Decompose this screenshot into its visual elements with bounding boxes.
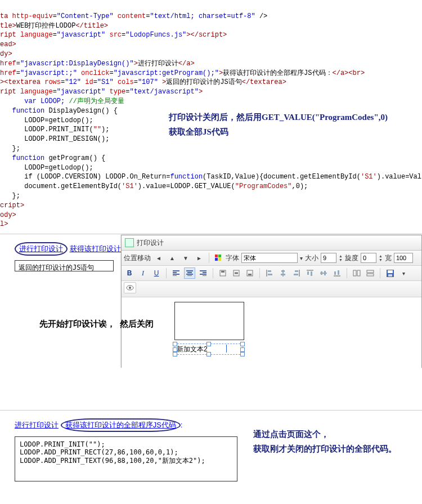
highlight-oval-1: 进行打印设计 xyxy=(15,242,68,256)
svg-rect-15 xyxy=(294,274,298,275)
label-rotate: 旋度 xyxy=(345,253,358,263)
svg-rect-20 xyxy=(334,271,336,275)
valign-middle-icon[interactable] xyxy=(231,267,242,279)
textarea-preview-1[interactable]: 返回的打印设计的JS语句 xyxy=(15,260,114,271)
valign-top-icon[interactable] xyxy=(217,267,228,279)
design-canvas[interactable]: 新加文本2 xyxy=(122,297,421,369)
svg-rect-25 xyxy=(367,274,374,276)
save-dropdown-icon[interactable]: ▾ xyxy=(398,267,409,279)
annotation-note-1-line1: 打印设计关闭后，然后用GET_VALUE("ProgramCodes",0) xyxy=(169,110,388,125)
label-pos-move: 位置移动 xyxy=(124,253,151,263)
dialog-toolbar-row2: B I U xyxy=(122,266,421,281)
svg-rect-3 xyxy=(218,258,221,261)
font-select[interactable] xyxy=(241,253,298,263)
svg-rect-28 xyxy=(388,274,392,276)
annotation-note-2-line2: 获取刚才关闭的打印设计的全部代码。 xyxy=(253,442,397,457)
textarea-result[interactable]: LODOP.PRINT_INIT(""); LODOP.ADD_PRINT_RE… xyxy=(15,436,237,481)
align-grid-bottom-icon[interactable] xyxy=(331,267,343,279)
svg-rect-10 xyxy=(268,270,271,272)
svg-rect-1 xyxy=(218,255,221,257)
size-spinner[interactable]: ▲▼ xyxy=(339,254,343,262)
resize-handle[interactable] xyxy=(173,347,177,352)
align-grid-left-icon[interactable] xyxy=(264,267,275,279)
arrow-left-icon[interactable]: ◄ xyxy=(153,252,164,264)
arrow-right-icon[interactable]: ► xyxy=(194,252,205,264)
align-grid-top-icon[interactable] xyxy=(304,267,316,279)
arrow-up-icon[interactable]: ▲ xyxy=(167,252,178,264)
svg-rect-16 xyxy=(307,271,309,275)
label-font: 字体 xyxy=(226,253,239,263)
resize-handle[interactable] xyxy=(240,347,245,352)
resize-handle[interactable] xyxy=(206,342,211,346)
caption-step1: 先开始打印设计诶， 然后关闭 xyxy=(0,311,154,334)
dialog-toolbar-row1: 位置移动 ◄ ▲ ▼ ► 字体 ▾ 大小 ▲▼ 旋度 ▲▼ 宽 xyxy=(122,251,421,266)
align-grid-right-icon[interactable] xyxy=(291,267,302,279)
align-left-icon[interactable] xyxy=(170,267,182,279)
align-grid-hcenter-icon[interactable] xyxy=(277,267,289,279)
label-width: 宽 xyxy=(385,253,392,263)
link-design-1[interactable]: 进行打印设计 xyxy=(19,244,63,253)
underline-button[interactable]: U xyxy=(151,267,162,279)
svg-rect-11 xyxy=(268,274,272,275)
size-input[interactable] xyxy=(321,253,336,263)
resize-handle[interactable] xyxy=(240,352,245,356)
canvas-rect-object[interactable] xyxy=(174,302,244,340)
align-grid-vcenter-icon[interactable] xyxy=(318,267,329,279)
svg-point-30 xyxy=(129,287,131,289)
svg-rect-2 xyxy=(215,258,218,261)
svg-rect-24 xyxy=(367,270,374,273)
equal-height-icon[interactable] xyxy=(365,267,376,279)
canvas-text-object[interactable]: 新加文本2 xyxy=(174,344,243,355)
caption-note-callback: 注意c-lodop需要回调函数，lodop直接返回。 xyxy=(0,481,422,504)
section-design-dialog: 进行打印设计 获得该打印设计的全部程序JS代码： 返回的打印设计的JS语句 打印… xyxy=(0,234,422,408)
annotation-note-2: 通过点击页面这个， 获取刚才关闭的打印设计的全部代码。 xyxy=(253,427,397,456)
print-design-dialog: 打印设计 位置移动 ◄ ▲ ▼ ► 字体 ▾ 大小 ▲▼ 旋度 ▲▼ 宽 B xyxy=(121,235,422,368)
align-right-icon[interactable] xyxy=(197,267,209,279)
resize-handle[interactable] xyxy=(173,352,177,356)
equal-width-icon[interactable] xyxy=(351,267,362,279)
annotation-note-1: 打印设计关闭后，然后用GET_VALUE("ProgramCodes",0) 获… xyxy=(169,110,388,139)
resize-handle[interactable] xyxy=(240,342,245,346)
annotation-note-2-line1: 通过点击页面这个， xyxy=(253,427,397,442)
section-result: 进行打印设计 获得该打印设计的全部程序JS代码 : 通过点击页面这个， 获取刚才… xyxy=(0,410,422,504)
arrow-down-icon[interactable]: ▼ xyxy=(180,252,191,264)
svg-rect-14 xyxy=(295,270,298,272)
italic-button[interactable]: I xyxy=(137,267,149,279)
svg-rect-13 xyxy=(281,274,285,275)
preview-eye-icon[interactable] xyxy=(124,282,136,293)
svg-rect-19 xyxy=(324,271,326,275)
dialog-toolbar-row3 xyxy=(122,281,421,297)
svg-rect-9 xyxy=(248,274,252,275)
rotate-spinner[interactable]: ▲▼ xyxy=(379,254,383,262)
link-getcode-2[interactable]: 获得该打印设计的全部程序JS代码 xyxy=(65,421,176,429)
canvas-text-value: 新加文本2 xyxy=(177,345,208,353)
svg-rect-5 xyxy=(221,271,225,273)
bold-button[interactable]: B xyxy=(124,267,135,279)
align-center-icon[interactable] xyxy=(184,267,195,279)
svg-rect-0 xyxy=(215,255,218,257)
svg-rect-18 xyxy=(321,271,322,275)
annotation-note-1-line2: 获取全部JS代码 xyxy=(169,125,388,140)
svg-rect-27 xyxy=(388,270,393,273)
svg-rect-21 xyxy=(338,270,339,275)
width-input[interactable] xyxy=(394,253,413,263)
svg-rect-23 xyxy=(357,270,360,276)
label-size: 大小 xyxy=(305,253,318,263)
save-disk-icon[interactable] xyxy=(384,267,396,279)
color-grid-icon[interactable] xyxy=(213,252,223,264)
valign-bottom-icon[interactable] xyxy=(244,267,255,279)
svg-rect-7 xyxy=(235,273,238,274)
highlight-oval-2: 获得该打印设计的全部程序JS代码 xyxy=(61,418,181,432)
rotate-input[interactable] xyxy=(361,253,376,263)
svg-rect-22 xyxy=(353,270,356,276)
link-design-2[interactable]: 进行打印设计 xyxy=(15,421,59,429)
dialog-titlebar[interactable]: 打印设计 xyxy=(122,235,421,251)
resize-handle[interactable] xyxy=(173,342,177,346)
svg-rect-12 xyxy=(281,270,285,272)
resize-handle[interactable] xyxy=(206,352,211,356)
dialog-title-text: 打印设计 xyxy=(137,235,164,250)
svg-rect-17 xyxy=(311,271,312,276)
printer-icon xyxy=(125,238,134,247)
dropdown-icon[interactable]: ▾ xyxy=(300,255,303,261)
